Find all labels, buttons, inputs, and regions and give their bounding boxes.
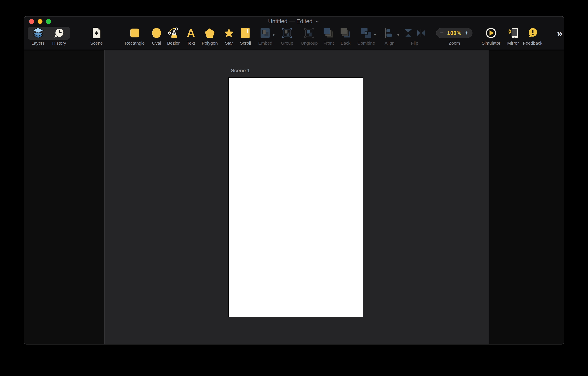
flip-button[interactable]: Flip [404, 26, 426, 46]
document-title: Untitled — Edited [268, 18, 312, 25]
combine-icon: ▾ [361, 26, 372, 40]
star-tool-button[interactable]: Star [224, 26, 234, 46]
ungroup-button[interactable]: Ungroup [301, 26, 318, 46]
layers-button[interactable]: Layers [31, 26, 45, 46]
mirror-label: Mirror [507, 41, 519, 46]
simulator-play-icon [485, 26, 497, 40]
embed-button[interactable]: ▾ Embed [258, 26, 273, 46]
mirror-button[interactable]: Mirror [507, 26, 519, 46]
mirror-phone-icon [507, 26, 518, 40]
ungroup-icon [304, 26, 315, 40]
polygon-icon [204, 26, 215, 40]
star-label: Star [225, 41, 233, 46]
ungroup-label: Ungroup [301, 41, 318, 46]
bezier-label: Bezier [167, 41, 180, 46]
scene-title[interactable]: Scene 1 [231, 68, 250, 74]
simulator-button[interactable]: Simulator [482, 26, 501, 46]
zoom-out-button[interactable]: − [440, 29, 443, 37]
combine-label: Combine [357, 41, 375, 46]
canvas[interactable]: Scene 1 [105, 50, 489, 344]
window-title[interactable]: Untitled — Edited ⌄ [268, 18, 320, 25]
align-label: Align [385, 41, 395, 46]
combine-dropdown-icon: ▾ [374, 33, 376, 37]
group-label: Group [281, 41, 293, 46]
app-window: Untitled — Edited ⌄ Layers [24, 16, 564, 344]
bring-to-front-icon [323, 26, 334, 40]
oval-label: Oval [152, 41, 161, 46]
traffic-lights [29, 19, 51, 24]
layers-icon [32, 26, 44, 40]
close-button[interactable] [29, 19, 34, 24]
zoom-control: − 100% + Zoom [436, 26, 472, 46]
bezier-tool-button[interactable]: Bezier [167, 26, 180, 46]
content-area: Scene 1 [24, 50, 564, 344]
embed-icon: ▾ [260, 26, 270, 40]
zoom-level-value: 100% [447, 30, 462, 36]
star-icon [224, 26, 234, 40]
scene-label: Scene [90, 41, 103, 46]
back-label: Back [341, 41, 351, 46]
text-icon: A [187, 26, 195, 40]
bezier-pen-icon [168, 26, 179, 40]
feedback-bubble-icon [527, 26, 538, 40]
oval-icon [152, 26, 161, 40]
text-tool-button[interactable]: A Text [187, 26, 195, 46]
rectangle-tool-button[interactable]: Rectangle [125, 26, 145, 46]
artboard-scene-1[interactable] [228, 77, 363, 317]
zoom-label: Zoom [449, 41, 460, 46]
new-scene-icon [92, 26, 101, 40]
title-chevron-icon: ⌄ [315, 18, 320, 22]
layers-label: Layers [31, 41, 45, 46]
align-dropdown-icon: ▾ [397, 33, 399, 37]
flip-horizontal-icon [416, 28, 426, 38]
embed-dropdown-icon: ▾ [273, 33, 274, 37]
rectangle-label: Rectangle [125, 41, 145, 46]
layers-panel [24, 50, 105, 344]
group-button[interactable]: Group [281, 26, 293, 46]
rectangle-icon [130, 26, 140, 40]
polygon-label: Polygon [202, 41, 218, 46]
scroll-tool-button[interactable]: Scroll [240, 26, 251, 46]
inspector-panel [489, 50, 564, 344]
scene-button[interactable]: Scene [90, 26, 103, 46]
history-icon [53, 26, 65, 40]
scroll-icon [241, 26, 250, 40]
back-button[interactable]: Back [340, 26, 351, 46]
align-button[interactable]: ▾ Align [384, 26, 395, 46]
send-to-back-icon [340, 26, 351, 40]
scroll-label: Scroll [240, 41, 251, 46]
align-icon: ▾ [384, 26, 395, 40]
flip-icons [404, 26, 426, 40]
toolbar-overflow-button[interactable]: » [557, 29, 563, 38]
text-label: Text [187, 41, 195, 46]
front-button[interactable]: Front [323, 26, 334, 46]
combine-button[interactable]: ▾ Combine [357, 26, 375, 46]
feedback-button[interactable]: Feedback [523, 26, 542, 46]
zoom-window-button[interactable] [46, 19, 51, 24]
group-icon [281, 26, 293, 40]
toolbar: Untitled — Edited ⌄ Layers [24, 16, 564, 50]
flip-vertical-icon [404, 28, 413, 38]
zoom-pill: − 100% + [436, 28, 472, 38]
simulator-label: Simulator [482, 41, 501, 46]
front-label: Front [323, 41, 334, 46]
history-button[interactable]: History [52, 26, 66, 46]
embed-label: Embed [258, 41, 273, 46]
history-label: History [52, 41, 66, 46]
flip-label: Flip [411, 41, 418, 46]
oval-tool-button[interactable]: Oval [152, 26, 161, 46]
polygon-tool-button[interactable]: Polygon [202, 26, 218, 46]
feedback-label: Feedback [523, 41, 542, 46]
zoom-in-button[interactable]: + [465, 29, 468, 37]
minimize-button[interactable] [38, 19, 42, 24]
